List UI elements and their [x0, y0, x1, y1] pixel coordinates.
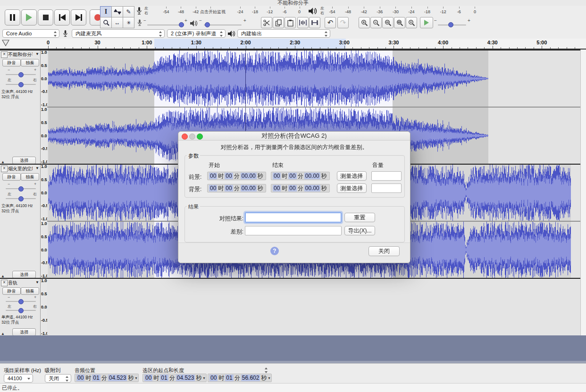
envelope-tool-button[interactable]	[111, 6, 123, 17]
record-volume-thumb[interactable]	[179, 22, 184, 27]
undo-button[interactable]: ↶	[325, 17, 336, 28]
pan-thumb[interactable]	[18, 308, 24, 313]
empty-track-canvas[interactable]	[47, 279, 580, 335]
field-dropdown-arrow-icon[interactable]: ▾	[135, 376, 137, 380]
pan-thumb[interactable]	[18, 196, 24, 201]
close-dialog-button[interactable]: 关闭	[368, 246, 400, 256]
gain-thumb[interactable]	[18, 299, 24, 304]
minutes-value[interactable]: 01	[92, 375, 100, 381]
record-volume-slider[interactable]	[147, 25, 183, 25]
seconds-value[interactable]: 00.00	[241, 173, 257, 179]
seconds-value[interactable]: 56.602	[241, 375, 260, 381]
track-title[interactable]: 烟火里的尘埃	[8, 166, 33, 172]
zoom-toggle-button[interactable]	[406, 17, 417, 28]
track-menu-arrow-icon[interactable]: ▼	[35, 166, 39, 170]
reset-button[interactable]: 重置	[344, 213, 375, 222]
selection-start-field[interactable]: 00时01分04.523秒▾	[142, 374, 207, 382]
cut-button[interactable]	[261, 17, 272, 28]
audio-position-field[interactable]: 00时01分04.523秒▾	[75, 374, 139, 382]
bg-start-time-field[interactable]: 00时00分00.00秒	[207, 184, 266, 192]
project-rate-select[interactable]: 44100	[4, 374, 33, 383]
hours-value[interactable]: 00	[209, 185, 217, 192]
pan-thumb[interactable]	[18, 82, 24, 87]
mute-button[interactable]: 静音	[2, 287, 21, 295]
solo-button[interactable]: 独奏	[21, 173, 39, 181]
silence-audio-button[interactable]	[309, 17, 320, 28]
mute-button[interactable]: 静音	[2, 173, 21, 181]
field-dropdown-arrow-icon[interactable]: ▾	[203, 376, 205, 380]
playback-device-select[interactable]: 内建输出	[237, 29, 330, 38]
seconds-value[interactable]: 00.00	[241, 185, 257, 192]
zoom-tool-button[interactable]	[100, 17, 112, 28]
hours-value[interactable]: 00	[273, 185, 281, 192]
zoom-in-button[interactable]	[359, 17, 370, 28]
recording-device-select[interactable]: 内建麦克风	[72, 29, 165, 38]
track-select-button[interactable]: 选择	[12, 328, 36, 336]
vertical-scrollbar[interactable]	[580, 50, 586, 335]
track-select-button[interactable]: 选择	[12, 271, 36, 278]
gain-thumb[interactable]	[18, 72, 24, 77]
playback-meter[interactable]: 左 右 -54-48-42-36-30-24-18-12-60	[306, 6, 478, 17]
play-speed-thumb[interactable]	[448, 22, 453, 27]
timeline-options-funnel-icon[interactable]	[2, 40, 9, 47]
dialog-titlebar[interactable]: 对照分析(符合WCAG 2)	[178, 132, 410, 141]
minimize-window-light[interactable]	[189, 133, 195, 140]
draw-tool-button[interactable]: ✎	[123, 6, 134, 17]
seconds-value[interactable]: 00.00	[304, 173, 320, 179]
minutes-value[interactable]: 00	[288, 173, 296, 179]
minutes-value[interactable]: 01	[225, 375, 233, 381]
track-3-control-panel[interactable]: × 音轨 ▼ 静音 独奏 − + 左 右 单声道, 44100 Hz 32位 浮…	[0, 279, 41, 336]
bg-measure-selection-button[interactable]: 测量选择	[337, 183, 367, 193]
bg-volume-field[interactable]	[371, 183, 402, 193]
hours-value[interactable]: 00	[144, 375, 152, 381]
close-window-light[interactable]	[182, 133, 188, 140]
updown-arrows-icon[interactable]	[264, 367, 268, 373]
minutes-value[interactable]: 00	[225, 173, 233, 179]
hours-value[interactable]: 00	[273, 173, 281, 179]
multi-tool-button[interactable]: ✳	[123, 17, 134, 28]
timeline-ruler[interactable]: 0301:001:302:002:303:003:304:004:305:00	[0, 39, 586, 50]
difference-field[interactable]	[245, 226, 342, 235]
selection-length-field[interactable]: 00时01分56.602秒▾	[208, 374, 272, 382]
close-track-button[interactable]: ×	[1, 280, 8, 286]
track-menu-arrow-icon[interactable]: ▼	[35, 280, 39, 284]
selection-mode-label[interactable]: 选区的起点和长度	[142, 367, 184, 374]
track-title[interactable]: 音轨	[8, 280, 33, 286]
play-button[interactable]	[21, 9, 37, 25]
recording-channels-select[interactable]: 2 (立体声) 录制声道	[167, 29, 226, 38]
playback-volume-thumb[interactable]	[205, 22, 210, 27]
stop-button[interactable]	[38, 9, 53, 25]
zoom-fit-button[interactable]	[394, 17, 405, 28]
bg-end-time-field[interactable]: 00时00分00.00秒	[271, 184, 330, 192]
zoom-selection-button[interactable]	[382, 17, 393, 28]
track-title[interactable]: 不能和你分手	[8, 51, 33, 58]
play-at-speed-button[interactable]	[420, 17, 433, 28]
redo-button[interactable]: ↷	[337, 17, 349, 28]
seconds-value[interactable]: 04.523	[108, 375, 127, 381]
contrast-result-field[interactable]	[245, 212, 342, 223]
track-select-button[interactable]: 选择	[12, 157, 36, 164]
export-button[interactable]: 导出(X)...	[344, 226, 375, 235]
fg-measure-selection-button[interactable]: 测量选择	[337, 171, 367, 181]
snap-to-select[interactable]: 关闭	[45, 374, 71, 383]
hours-value[interactable]: 00	[76, 375, 84, 381]
minutes-value[interactable]: 01	[160, 375, 168, 381]
timeshift-tool-button[interactable]: ↔	[111, 17, 123, 28]
monitor-prompt[interactable]: 点击开始监视	[199, 9, 226, 15]
track-2-control-panel[interactable]: × 烟火里的尘埃 ▼ 静音 独奏 − + 左 右 立体声, 44100 Hz 3…	[0, 165, 41, 279]
copy-button[interactable]	[273, 17, 284, 28]
minutes-value[interactable]: 00	[288, 185, 296, 192]
field-dropdown-arrow-icon[interactable]: ▾	[268, 376, 270, 380]
seconds-value[interactable]: 04.523	[176, 375, 195, 381]
track-1-control-panel[interactable]: × 不能和你分手 ▼ 静音 独奏 − + 左 右 立体声, 44100 Hz 3…	[0, 50, 41, 165]
zoom-window-light[interactable]	[197, 133, 203, 140]
fg-start-time-field[interactable]: 00时00分00.00秒	[207, 172, 266, 180]
pause-button[interactable]	[5, 9, 20, 25]
fg-volume-field[interactable]	[371, 171, 402, 181]
fg-end-time-field[interactable]: 00时00分00.00秒	[271, 172, 330, 180]
skip-end-button[interactable]	[71, 9, 86, 25]
close-track-button[interactable]: ×	[1, 166, 8, 172]
solo-button[interactable]: 独奏	[21, 59, 39, 67]
waveform-channel-left[interactable]	[47, 50, 580, 107]
selection-tool-button[interactable]: I	[100, 6, 112, 17]
